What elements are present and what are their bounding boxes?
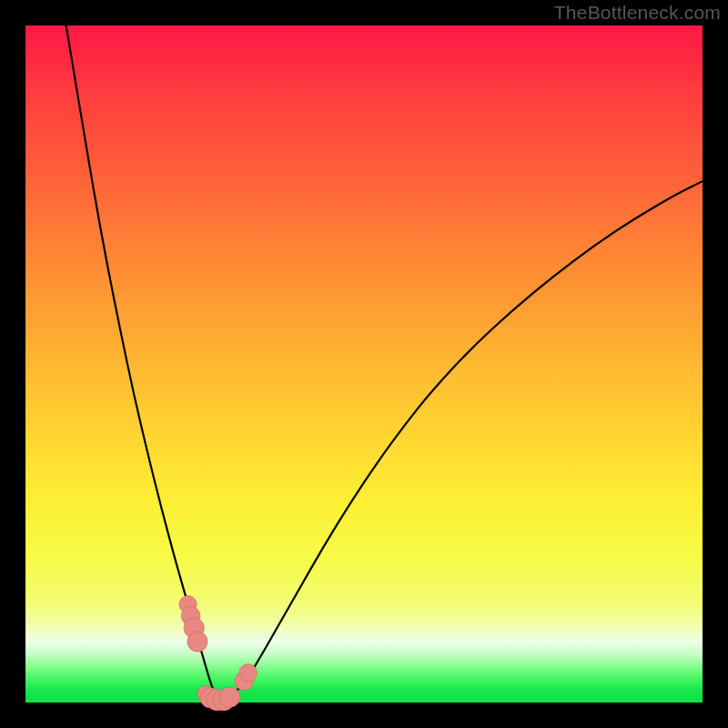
watermark-text: TheBottleneck.com <box>554 2 721 24</box>
data-point-marker <box>220 687 240 707</box>
data-point-marker <box>239 664 257 682</box>
data-point-marker <box>187 632 207 652</box>
data-point-markers <box>179 595 258 710</box>
plot-area <box>25 25 703 703</box>
chart-frame: TheBottleneck.com <box>0 0 728 728</box>
bottleneck-curve <box>66 25 703 702</box>
chart-svg <box>25 25 703 703</box>
